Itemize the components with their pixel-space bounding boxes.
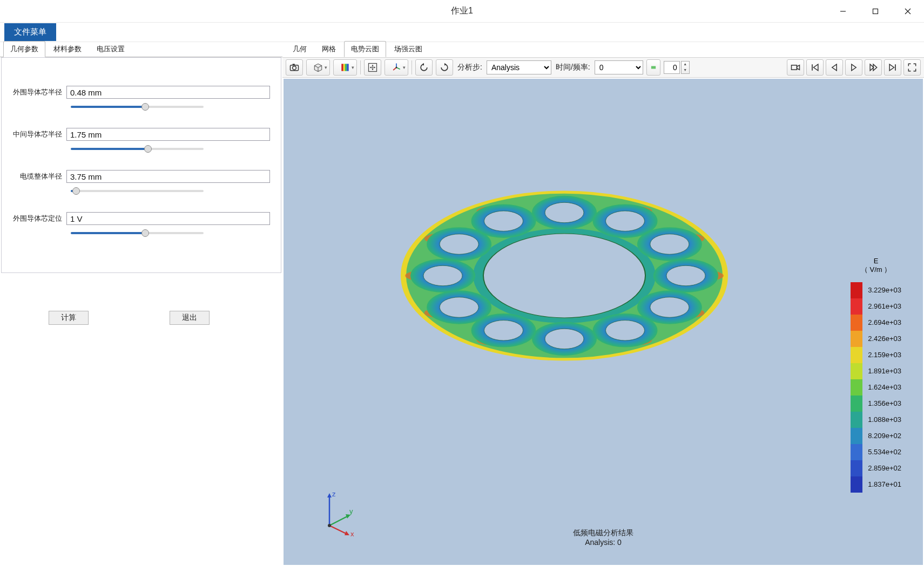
svg-rect-6: [293, 64, 295, 65]
legend-swatch: [851, 476, 862, 493]
tab-field-cloud[interactable]: 场强云图: [387, 41, 429, 57]
close-button[interactable]: [892, 0, 924, 23]
step-forward-icon[interactable]: [865, 59, 882, 76]
contour-plot: [392, 187, 737, 365]
svg-text:z: z: [332, 490, 336, 498]
svg-point-68: [328, 524, 331, 527]
legend-swatch: [851, 282, 862, 298]
play-icon[interactable]: [845, 59, 862, 76]
legend-value: 2.961e+03: [868, 298, 901, 315]
fullscreen-icon[interactable]: [903, 59, 921, 76]
cable-total-radius-input[interactable]: [66, 170, 270, 183]
skip-first-icon[interactable]: [806, 59, 824, 76]
svg-point-55: [423, 265, 462, 285]
svg-point-37: [666, 265, 705, 285]
legend-swatch: [851, 315, 862, 331]
left-pane: 几何参数 材料参数 电压设置 外围导体芯半径 中间导体芯半径: [0, 42, 282, 566]
legend-value: 1.624e+03: [868, 379, 901, 395]
analysis-step-select[interactable]: Analysis: [487, 60, 551, 74]
legend-value: 8.209e+02: [868, 428, 901, 444]
outer-core-radius-slider[interactable]: [71, 102, 204, 112]
viewport[interactable]: z y x 低频电磁分析结果 Analysis: 0: [284, 79, 923, 565]
calculate-button[interactable]: 计算: [49, 311, 89, 325]
legend-swatch: [851, 444, 862, 460]
tab-geometry[interactable]: 几何: [286, 41, 314, 57]
legend-swatch: [851, 395, 862, 412]
left-tabstrip: 几何参数 材料参数 电压设置: [0, 42, 282, 57]
window-title: 作业1: [451, 5, 473, 17]
rotate-cw-icon[interactable]: [436, 59, 453, 76]
frame-value: 0: [664, 61, 680, 74]
tab-potential-cloud[interactable]: 电势云图: [344, 41, 386, 57]
legend-swatch: [851, 347, 862, 363]
frame-spinner[interactable]: ▲▼: [681, 61, 690, 74]
outer-core-position-slider[interactable]: [71, 228, 204, 238]
tab-geo-params[interactable]: 几何参数: [3, 41, 45, 57]
legend-value: 1.088e+03: [868, 412, 901, 428]
svg-rect-19: [792, 65, 797, 70]
legend-value: 2.859e+02: [868, 460, 901, 476]
legend-value: 2.426e+03: [868, 331, 901, 347]
accept-icon[interactable]: [646, 59, 660, 76]
titlebar: 作业1: [0, 0, 924, 23]
right-tabstrip: 几何 网格 电势云图 场强云图: [282, 42, 924, 57]
frame-pager[interactable]: 0 ▲▼: [664, 61, 690, 74]
middle-core-radius-slider[interactable]: [71, 144, 204, 154]
middle-core-radius-input[interactable]: [66, 128, 270, 141]
video-camera-icon[interactable]: [787, 59, 804, 76]
axes-icon[interactable]: [385, 59, 408, 76]
svg-point-5: [293, 66, 296, 70]
tab-voltage-settings[interactable]: 电压设置: [90, 41, 132, 57]
analysis-step-label: 分析步:: [457, 63, 482, 72]
svg-point-52: [440, 297, 478, 317]
menubar: 文件菜单: [0, 23, 924, 42]
svg-point-61: [484, 211, 523, 231]
camera-icon[interactable]: [286, 59, 303, 76]
coord-axes-icon: z y x: [316, 488, 359, 538]
svg-text:x: x: [350, 530, 354, 536]
cable-total-radius-slider[interactable]: [71, 186, 204, 196]
legend-swatch: [851, 379, 862, 395]
svg-point-17: [396, 67, 397, 69]
outer-core-position-input[interactable]: [66, 212, 270, 225]
maximize-button[interactable]: [859, 0, 892, 23]
legend-value: 2.694e+03: [868, 315, 901, 331]
geo-params-panel: 外围导体芯半径 中间导体芯半径 电缆整体半径: [1, 57, 281, 273]
svg-point-49: [484, 320, 523, 340]
file-menu[interactable]: 文件菜单: [4, 23, 56, 41]
time-freq-select[interactable]: 0: [595, 60, 643, 74]
svg-line-64: [329, 516, 348, 526]
svg-point-40: [650, 297, 689, 317]
cube-icon[interactable]: [306, 59, 330, 76]
outer-core-position-label: 外围导体芯定位: [12, 214, 66, 223]
svg-rect-9: [345, 64, 347, 71]
legend-value: 2.159e+03: [868, 347, 901, 363]
right-pane: 几何 网格 电势云图 场强云图 分析步: Analysis 时间/频率: 0: [282, 42, 924, 566]
outer-core-radius-label: 外围导体芯半径: [12, 87, 66, 97]
skip-last-icon[interactable]: [884, 59, 901, 76]
rotate-ccw-icon[interactable]: [415, 59, 433, 76]
svg-point-34: [650, 234, 689, 254]
time-freq-label: 时间/频率:: [556, 63, 590, 72]
tab-material-params[interactable]: 材料参数: [46, 41, 89, 57]
step-back-icon[interactable]: [826, 59, 843, 76]
outer-core-radius-input[interactable]: [66, 86, 270, 99]
legend-value: 5.534e+02: [868, 444, 901, 460]
legend-swatch: [851, 412, 862, 428]
legend-value: 1.891e+03: [868, 363, 901, 379]
legend-value: 1.837e+01: [868, 476, 901, 493]
svg-rect-1: [873, 9, 878, 14]
legend-swatch: [851, 298, 862, 315]
svg-rect-8: [343, 64, 345, 71]
colormap-icon[interactable]: [333, 59, 357, 76]
cable-total-radius-label: 电缆整体半径: [12, 172, 66, 181]
window-controls: [827, 0, 924, 23]
svg-line-66: [329, 526, 347, 534]
fit-view-icon[interactable]: [364, 59, 381, 76]
tab-mesh[interactable]: 网格: [315, 41, 343, 57]
svg-point-25: [483, 234, 645, 318]
minimize-button[interactable]: [827, 0, 859, 23]
svg-rect-18: [651, 66, 656, 69]
svg-point-31: [606, 211, 645, 231]
exit-button[interactable]: 退出: [170, 311, 210, 325]
